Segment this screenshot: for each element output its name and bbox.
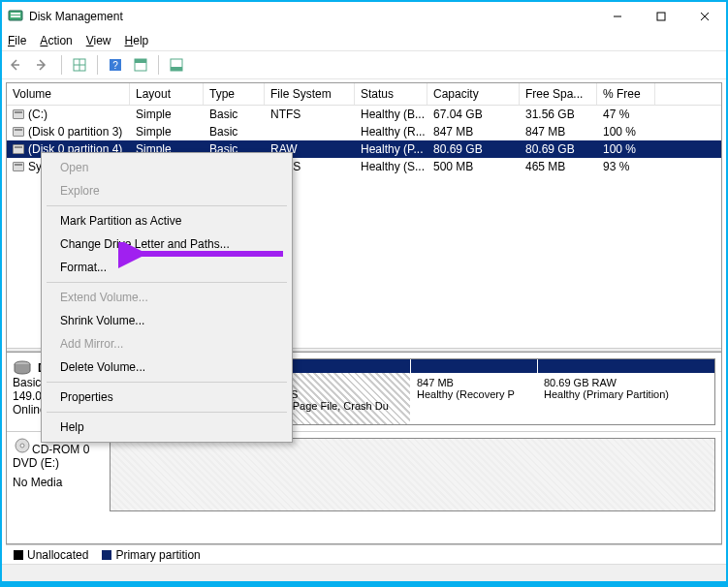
partition[interactable]: 847 MBHealthy (Recovery P	[411, 359, 537, 424]
window-accent-border	[2, 581, 726, 585]
volume-icon	[13, 109, 24, 119]
window-title: Disk Management	[29, 10, 595, 23]
svg-rect-4	[657, 13, 665, 20]
cdrom-status: No Media	[13, 476, 110, 489]
ctx-properties[interactable]: Properties	[45, 386, 289, 409]
menu-help[interactable]: Help	[125, 34, 149, 47]
legend-primary: Primary partition	[115, 548, 200, 562]
maximize-button[interactable]	[639, 2, 682, 31]
volume-row[interactable]: (Disk 0 partition 3)SimpleBasicHealthy (…	[7, 123, 721, 140]
menubar: File Action View Help	[2, 31, 726, 50]
col-volume[interactable]: Volume	[7, 83, 130, 105]
cdrom-row: CD-ROM 0 DVD (E:) No Media	[7, 432, 721, 517]
volume-list-header: Volume Layout Type File System Status Ca…	[7, 83, 721, 106]
partition[interactable]: 80.69 GB RAWHealthy (Primary Partition)	[538, 359, 714, 424]
ctx-change-letter[interactable]: Change Drive Letter and Paths...	[45, 232, 289, 256]
status-bar	[2, 564, 726, 581]
svg-text:?: ?	[112, 60, 118, 71]
help-button[interactable]: ?	[105, 54, 126, 76]
context-menu: Open Explore Mark Partition as Active Ch…	[41, 152, 293, 443]
svg-rect-13	[135, 59, 146, 63]
svg-rect-2	[11, 15, 20, 17]
disk-mgmt-icon	[8, 9, 23, 24]
cdrom-drive: DVD (E:)	[13, 456, 110, 470]
minimize-button[interactable]	[595, 2, 639, 31]
col-type[interactable]: Type	[204, 83, 265, 105]
col-fs[interactable]: File System	[265, 83, 355, 105]
col-pct[interactable]: % Free	[597, 83, 655, 105]
disk-icon	[13, 360, 32, 376]
legend-unallocated-swatch	[14, 550, 23, 560]
view-top-button[interactable]	[130, 54, 151, 76]
legend: Unallocated Primary partition	[6, 544, 722, 564]
col-capacity[interactable]: Capacity	[427, 83, 520, 105]
cd-icon	[13, 438, 32, 453]
legend-unallocated: Unallocated	[27, 548, 88, 562]
volume-icon	[13, 127, 24, 137]
svg-point-18	[20, 444, 24, 448]
forward-button[interactable]	[33, 54, 54, 76]
menu-view[interactable]: View	[86, 34, 111, 47]
ctx-extend: Extend Volume...	[45, 286, 289, 309]
ctx-mark-active[interactable]: Mark Partition as Active	[45, 209, 289, 232]
col-free[interactable]: Free Spa...	[520, 83, 597, 105]
volume-row[interactable]: (C:)SimpleBasicNTFSHealthy (B...67.04 GB…	[7, 106, 721, 123]
refresh-button[interactable]	[69, 54, 90, 76]
svg-rect-15	[171, 67, 182, 71]
back-button[interactable]	[8, 54, 29, 76]
cdrom-area[interactable]	[110, 438, 715, 511]
col-status[interactable]: Status	[355, 83, 427, 105]
col-layout[interactable]: Layout	[130, 83, 204, 105]
ctx-delete[interactable]: Delete Volume...	[45, 355, 289, 379]
toolbar: ?	[2, 50, 726, 79]
legend-primary-swatch	[102, 550, 111, 560]
ctx-shrink[interactable]: Shrink Volume...	[45, 309, 289, 332]
ctx-open: Open	[45, 156, 289, 179]
svg-rect-1	[11, 13, 20, 15]
view-bottom-button[interactable]	[166, 54, 187, 76]
ctx-explore: Explore	[45, 179, 289, 202]
volume-icon	[13, 144, 24, 154]
ctx-mirror: Add Mirror...	[45, 332, 289, 355]
titlebar: Disk Management	[2, 2, 726, 31]
cdrom-name: CD-ROM 0	[32, 443, 89, 456]
ctx-format[interactable]: Format...	[45, 256, 289, 279]
volume-icon	[13, 162, 24, 171]
menu-file[interactable]: File	[8, 34, 26, 47]
ctx-help[interactable]: Help	[45, 416, 289, 439]
menu-action[interactable]: Action	[40, 34, 72, 47]
close-button[interactable]	[682, 2, 726, 31]
